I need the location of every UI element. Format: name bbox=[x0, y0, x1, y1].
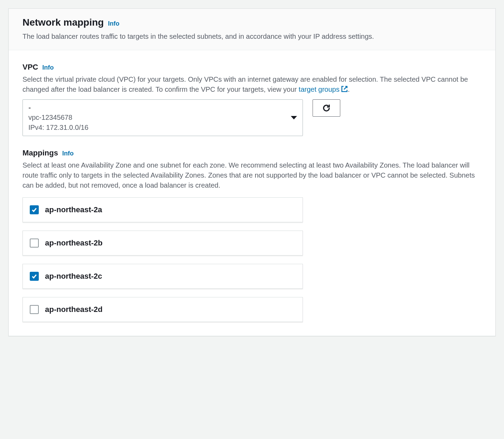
vpc-selected-name: - bbox=[28, 103, 88, 112]
zone-label: ap-northeast-2d bbox=[45, 305, 102, 314]
vpc-selected-cidr: IPv4: 172.31.0.0/16 bbox=[28, 123, 88, 132]
zone-item-ap-northeast-2d[interactable]: ap-northeast-2d bbox=[22, 297, 303, 322]
mappings-section-title: Mappings bbox=[22, 149, 58, 158]
zone-item-ap-northeast-2b[interactable]: ap-northeast-2b bbox=[22, 231, 303, 256]
mappings-description: Select at least one Availability Zone an… bbox=[22, 160, 482, 190]
panel-description: The load balancer routes traffic to targ… bbox=[22, 32, 482, 42]
external-link-icon bbox=[341, 86, 348, 92]
target-groups-link-text: target groups bbox=[299, 84, 340, 95]
refresh-icon bbox=[322, 104, 331, 113]
target-groups-link[interactable]: target groups bbox=[299, 84, 348, 95]
checkmark-icon bbox=[31, 207, 37, 213]
network-mapping-panel: Network mapping Info The load balancer r… bbox=[8, 8, 496, 336]
info-link-vpc[interactable]: Info bbox=[42, 64, 54, 71]
zone-checkbox[interactable] bbox=[30, 239, 39, 248]
vpc-description-tail: . bbox=[348, 86, 350, 93]
vpc-section: VPC Info Select the virtual private clou… bbox=[22, 63, 482, 136]
zone-item-ap-northeast-2a[interactable]: ap-northeast-2a bbox=[22, 197, 303, 222]
vpc-select[interactable]: - vpc-12345678 IPv4: 172.31.0.0/16 bbox=[22, 99, 303, 136]
caret-down-icon bbox=[291, 116, 297, 119]
zone-label: ap-northeast-2b bbox=[45, 239, 102, 248]
zone-item-ap-northeast-2c[interactable]: ap-northeast-2c bbox=[22, 264, 303, 289]
mappings-section: Mappings Info Select at least one Availa… bbox=[22, 149, 482, 322]
vpc-selected-id: vpc-12345678 bbox=[28, 113, 88, 122]
info-link-header[interactable]: Info bbox=[108, 20, 119, 27]
availability-zone-list: ap-northeast-2a ap-northeast-2b bbox=[22, 197, 303, 322]
vpc-description-text: Select the virtual private cloud (VPC) f… bbox=[22, 75, 468, 93]
info-link-mappings[interactable]: Info bbox=[62, 150, 74, 157]
vpc-description: Select the virtual private cloud (VPC) f… bbox=[22, 74, 482, 95]
zone-checkbox[interactable] bbox=[30, 205, 39, 214]
vpc-section-title: VPC bbox=[22, 63, 38, 72]
zone-label: ap-northeast-2a bbox=[45, 205, 102, 214]
panel-title: Network mapping bbox=[22, 17, 104, 28]
refresh-button[interactable] bbox=[313, 99, 340, 117]
checkmark-icon bbox=[31, 273, 37, 279]
panel-header: Network mapping Info The load balancer r… bbox=[9, 9, 495, 50]
zone-checkbox[interactable] bbox=[30, 272, 39, 281]
zone-label: ap-northeast-2c bbox=[45, 272, 102, 281]
zone-checkbox[interactable] bbox=[30, 305, 39, 314]
